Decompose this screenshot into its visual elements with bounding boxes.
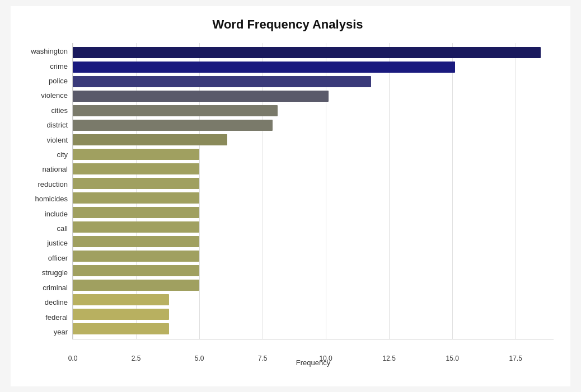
bar — [73, 62, 455, 73]
x-tick-label: 0.0 — [68, 355, 78, 362]
bar — [73, 280, 199, 291]
x-tick-label: 15.0 — [446, 355, 458, 362]
y-label: reduction — [22, 177, 72, 191]
bar-row — [73, 177, 554, 190]
x-tick-label: 17.5 — [509, 355, 522, 362]
bar — [73, 309, 169, 320]
bar — [73, 323, 169, 334]
bar — [73, 105, 278, 116]
y-label: struggle — [22, 266, 72, 280]
bar — [73, 163, 199, 174]
bar-row — [73, 162, 554, 176]
bar — [73, 236, 199, 247]
y-label: homicides — [22, 192, 72, 206]
y-label: violence — [22, 88, 72, 103]
y-label: police — [22, 73, 72, 88]
x-tick-label: 7.5 — [258, 355, 268, 362]
bar-row — [73, 191, 554, 205]
y-label: crime — [22, 59, 72, 73]
bar-row — [73, 46, 554, 59]
bar-row — [73, 322, 554, 336]
y-label: year — [22, 324, 72, 339]
bar-row — [73, 220, 554, 234]
bar-row — [73, 278, 554, 292]
y-label: officer — [22, 251, 72, 265]
bar-row — [73, 75, 554, 88]
bar-row — [73, 293, 554, 306]
x-tick-label: 5.0 — [195, 355, 204, 362]
bar — [73, 251, 199, 262]
bar-row — [73, 235, 554, 248]
chart-title: Word Frequency Analysis — [22, 17, 554, 32]
bar — [73, 221, 199, 233]
bar — [73, 134, 227, 145]
y-label: federal — [22, 310, 72, 324]
y-label: cities — [22, 103, 72, 117]
y-label: washington — [22, 44, 72, 59]
bar — [73, 120, 273, 131]
bar-row — [73, 148, 554, 161]
bar — [73, 294, 169, 305]
bar-row — [73, 89, 554, 103]
y-label: violent — [22, 133, 72, 147]
x-axis-title: Frequency — [296, 358, 330, 367]
bar-row — [73, 206, 554, 219]
bar — [73, 192, 199, 204]
bar — [73, 149, 199, 160]
bar — [73, 76, 371, 87]
bar — [73, 178, 199, 189]
bar-row — [73, 249, 554, 263]
x-tick-label: 12.5 — [382, 355, 395, 362]
x-tick-label: 2.5 — [132, 355, 141, 362]
bar-row — [73, 60, 554, 74]
plot-area: 0.02.55.07.510.012.515.017.5 Frequency — [72, 43, 554, 339]
bar-row — [73, 264, 554, 277]
bar-row — [73, 104, 554, 117]
y-label: justice — [22, 236, 72, 251]
y-axis: washingtoncrimepoliceviolencecitiesdistr… — [22, 43, 72, 339]
bar — [73, 91, 329, 102]
bar-row — [73, 133, 554, 147]
chart-container: Word Frequency Analysis washingtoncrimep… — [11, 6, 570, 386]
bar — [73, 47, 541, 58]
y-label: city — [22, 147, 72, 162]
bar — [73, 265, 199, 276]
y-label: district — [22, 118, 72, 133]
bar-row — [73, 308, 554, 321]
y-label: national — [22, 162, 72, 177]
y-label: call — [22, 221, 72, 235]
y-label: decline — [22, 295, 72, 309]
bar-row — [73, 119, 554, 132]
y-label: include — [22, 206, 72, 221]
bars-container — [73, 43, 554, 339]
y-label: criminal — [22, 280, 72, 295]
bar — [73, 207, 199, 218]
chart-area: washingtoncrimepoliceviolencecitiesdistr… — [22, 43, 554, 339]
